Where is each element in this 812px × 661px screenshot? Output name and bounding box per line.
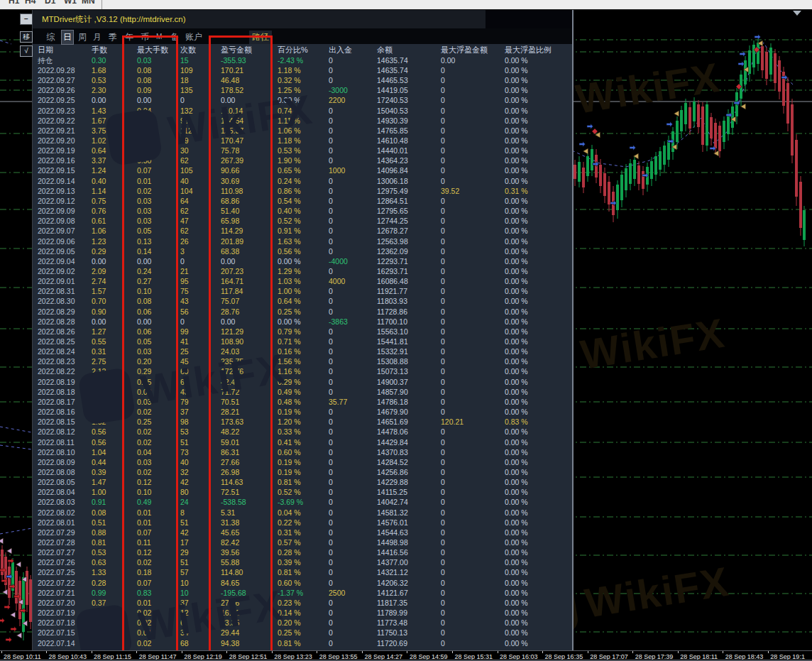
chevron-down-icon[interactable] (793, 11, 801, 16)
cell: 0 (329, 548, 333, 557)
table-row[interactable]: 2022.08.232.750.2045235.751.56 %015308.8… (33, 356, 573, 366)
table-row[interactable]: 2022.08.240.310.032524.030.16 %015332.91… (33, 346, 573, 356)
timeframe-h4[interactable]: H4 (25, 0, 35, 6)
cell: 0.00 % (505, 66, 528, 75)
table-row[interactable]: 2022.08.190.640.056042.470.29 %014900.37… (33, 377, 573, 387)
table-row[interactable]: 2022.09.213.750.50112155.371.06 %014765.… (33, 126, 573, 136)
table-row[interactable]: 2022.07.210.990.8310-195.68-1.37 %250014… (33, 588, 573, 598)
cell: 2022.09.16 (38, 156, 75, 165)
table-row[interactable]: 2022.09.270.530.081846.480.32 %014465.53… (33, 75, 573, 85)
cell: 0 (441, 518, 445, 527)
cell: 14544.63 (377, 528, 408, 537)
table-row[interactable]: 2022.07.290.880.074245.650.31 %014544.63… (33, 528, 573, 537)
table-row[interactable]: 2022.09.281.680.08109170.211.18 %014635.… (33, 65, 573, 75)
cell: 109 (180, 66, 193, 75)
table-row[interactable]: 2022.08.020.080.0185.310.04 %014581.3200… (33, 508, 573, 518)
cell: 0 (329, 417, 333, 426)
table-row[interactable]: 2022.08.290.900.065628.760.25 %011728.86… (33, 307, 573, 317)
table-row[interactable]: 2022.08.110.560.025159.010.41 %014429.84… (33, 437, 573, 447)
cell: 0 (441, 548, 445, 557)
table-row[interactable]: 2022.08.041.000.108072.510.52 %014115.25… (33, 487, 573, 497)
cell: 0 (329, 357, 333, 366)
table-row[interactable]: 2022.08.300.700.084375.070.64 %011803.93… (33, 296, 573, 306)
table-row[interactable]: 2022.08.250.550.0541108.900.71 %015441.8… (33, 337, 573, 346)
move-button[interactable]: 移 (20, 31, 33, 43)
timeframe-d1[interactable]: D1 (45, 0, 55, 6)
table-row[interactable]: 2022.09.231.430.04132110.140.74 %015040.… (33, 106, 573, 116)
table-row[interactable]: 2022.09.163.370.5062267.391.90 %014364.2… (33, 155, 573, 165)
table-row[interactable]: 2022.09.080.610.034765.980.52 %012744.25… (33, 216, 573, 226)
table-row[interactable]: 2022.09.151.240.0710590.660.65 %10001409… (33, 165, 573, 175)
table-row[interactable]: 2022.07.280.810.111782.420.57 %014498.98… (33, 537, 573, 547)
table-row[interactable]: 2022.09.131.140.02104110.980.86 %012975.… (33, 186, 573, 196)
cell: 0.00 (92, 257, 106, 266)
timeframe-h1[interactable]: H1 (9, 0, 19, 6)
table-row[interactable]: 2022.09.050.290.14368.380.56 %012362.090… (33, 246, 573, 256)
cell: 15040.53 (377, 106, 408, 115)
table-row[interactable]: 2022.09.090.760.036251.400.40 %012795.65… (33, 206, 573, 216)
table-row[interactable]: 2022.08.180.510.034371.720.49 %014857.90… (33, 387, 573, 397)
table-row[interactable]: 2022.07.220.280.071084.650.60 %014206.32… (33, 578, 573, 588)
table-row[interactable]: 2022.09.061.230.1326201.891.63 %012563.9… (33, 236, 573, 246)
table-row[interactable]: 持仓0.300.0315-355.93-2.43 %014635.740.000… (33, 55, 573, 65)
cell: 6 (180, 618, 185, 627)
table-row[interactable]: 2022.07.150.340.013429.440.25 %011750.13… (33, 628, 573, 638)
table-row[interactable]: 2022.07.190.150.021216.510.14 %011789.99… (33, 608, 573, 618)
table-row[interactable]: 2022.08.080.390.023226.980.19 %014256.86… (33, 467, 573, 477)
table-row[interactable]: 2022.07.260.630.025155.880.39 %014377.00… (33, 557, 573, 567)
table-row[interactable]: 2022.08.090.440.034027.660.19 %014284.52… (33, 457, 573, 467)
timeframe-mn[interactable]: MN (82, 0, 95, 6)
table-row[interactable]: 2022.09.012.740.2795164.711.03 %40001608… (33, 276, 573, 286)
cell: 0.24 % (278, 177, 301, 185)
cell: 0 (441, 468, 445, 476)
panel-right-edge[interactable] (572, 10, 574, 650)
table-row[interactable]: 2022.08.010.510.015131.380.22 %014576.01… (33, 518, 573, 528)
table-row[interactable]: 2022.09.190.640.073075.780.53 %014440.01… (33, 146, 573, 155)
table-row[interactable]: 2022.07.180.090.02623.350.20 %011773.480… (33, 618, 573, 628)
cell: 2022.09.07 (38, 226, 75, 235)
cell: 0.65 % (278, 166, 301, 175)
table-row[interactable]: 2022.07.251.330.1857114.800.81 %014321.1… (33, 567, 573, 577)
cell: 0.00 % (505, 618, 528, 627)
cell: 持仓 (38, 56, 53, 66)
table-row[interactable]: 2022.09.071.060.0562114.290.91 %012678.2… (33, 226, 573, 236)
check-button[interactable]: √ (20, 45, 33, 57)
table-row[interactable]: 2022.08.151.320.2598173.631.20 %014651.6… (33, 417, 573, 427)
minimize-button[interactable]: − (20, 13, 33, 25)
table-row[interactable]: 2022.09.040.000.0000.000.00 %-400012293.… (33, 256, 573, 266)
table-row[interactable]: 2022.08.051.470.1242114.630.81 %014229.8… (33, 477, 573, 487)
table-row[interactable]: 2022.09.221.670.0699164.541.11 %014930.3… (33, 116, 573, 126)
table-row[interactable]: 2022.08.120.560.025348.220.33 %014478.06… (33, 427, 573, 437)
cell: 0 (441, 427, 445, 436)
table-row[interactable]: 2022.09.120.750.036468.860.54 %012864.51… (33, 196, 573, 206)
table-row[interactable]: 2022.08.170.880.037970.510.48 %35.771478… (33, 397, 573, 407)
cell: 34 (180, 628, 189, 637)
cell: 0.00 % (505, 589, 528, 597)
cell: 1.90 % (278, 156, 301, 165)
cell: 53 (180, 427, 189, 436)
table-row[interactable]: 2022.07.270.530.122939.560.28 %014416.56… (33, 547, 573, 557)
table-row[interactable]: 2022.07.140.740.026894.380.81 %011720.69… (33, 638, 573, 648)
cell: 0.56 (92, 427, 106, 436)
table-row[interactable]: 2022.09.262.300.09135178.521.25 %-300014… (33, 85, 573, 95)
timeframe-w1[interactable]: W1 (64, 0, 77, 6)
cell: 0.39 (92, 468, 106, 476)
table-row[interactable]: 2022.07.200.370.013727.360.23 %011817.35… (33, 598, 573, 608)
table-row[interactable]: 2022.08.030.910.4924-538.58-3.69 %014042… (33, 497, 573, 507)
table-row[interactable]: 2022.09.250.000.0000.000.00 %220017240.5… (33, 95, 573, 105)
table-row[interactable]: 2022.08.160.380.023728.210.19 %014679.90… (33, 407, 573, 417)
cell: 2022.08.17 (38, 398, 75, 406)
axis-tick (588, 651, 588, 653)
cell: 0 (329, 639, 333, 648)
cell: 0.00 % (505, 177, 528, 185)
table-row[interactable]: 2022.09.201.020.1149170.471.18 %014610.4… (33, 136, 573, 146)
table-row[interactable]: 2022.08.280.000.0000.000.00 %-386311700.… (33, 317, 573, 327)
table-row[interactable]: 2022.08.101.040.047386.310.60 %014370.83… (33, 447, 573, 457)
table-row[interactable]: 2022.09.022.090.2421207.231.29 %016293.7… (33, 266, 573, 276)
table-row[interactable]: 2022.09.140.400.014030.690.24 %013006.18… (33, 176, 573, 186)
table-row[interactable]: 2022.08.261.270.0699121.290.79 %015563.1… (33, 327, 573, 337)
table-row[interactable]: 2022.08.222.120.2969172.761.16 %015073.1… (33, 366, 573, 376)
table-row[interactable]: 2022.08.311.570.1075117.841.00 %011921.7… (33, 286, 573, 296)
cell: 0 (329, 568, 333, 577)
cell: 0.91 % (278, 226, 301, 235)
